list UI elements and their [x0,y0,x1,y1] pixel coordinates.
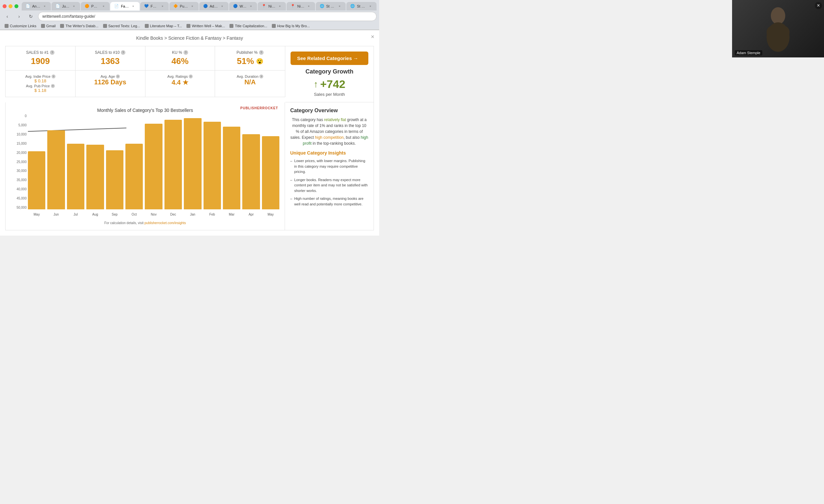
chart-title: Monthly Sales of Category's Top 30 Bests… [11,108,279,113]
publisher-pct-badge: 😮 [256,58,263,65]
see-related-categories-button[interactable]: See Related Categories → [291,51,368,65]
browser-tab[interactable]: 📄 Ana... × [22,2,51,10]
chart-bar [106,150,123,209]
bar-group [47,114,65,209]
insight-dash: – [290,158,292,174]
chart-y-labels: 50,00045,00040,00035,00030,00025,00020,0… [11,114,27,209]
stats-row1: SALES to #1 ? 1909 SALES to #10 ? 1363 K… [5,46,285,71]
forward-button[interactable]: › [14,12,24,21]
x-axis-label: Sep [106,209,123,219]
browser-tab[interactable]: 📍 Nia... × [258,2,286,10]
back-button[interactable]: ‹ [3,12,12,21]
y-axis-label: 45,000 [11,197,27,200]
browser-tab[interactable]: 🔵 We... × [229,2,258,10]
category-overview-panel: Category Overview This category has rela… [285,102,374,230]
insight-item: –Longer books. Readers may expect more c… [290,177,368,194]
stat-sales-to-10: SALES to #10 ? 1363 [76,46,145,70]
growth-value: +742 [320,78,345,91]
modal-close-button[interactable]: × [369,33,377,41]
bookmark-item[interactable]: Literature Map – T... [143,23,184,28]
avg-duration-value: N/A [220,79,280,86]
y-axis-label: 10,000 [11,133,27,136]
stats-and-panel: SALES to #1 ? 1909 SALES to #10 ? 1363 K… [5,46,374,102]
indie-price-info: ? [51,75,56,79]
x-axis-label: Jun [47,209,65,219]
publisher-rocket-logo: PUBLISHERROCKET [240,106,278,110]
chart-bar [184,118,201,209]
browser-tab[interactable]: 📄 Jun... × [51,2,80,10]
browser-tab[interactable]: 🟠 Pos... × [81,2,110,10]
bar-group [145,114,162,209]
x-axis-label: Dec [165,209,182,219]
breadcrumb: Kindle Books > Science Fiction & Fantasy… [5,35,374,41]
stat-sales-to-1: SALES to #1 ? 1909 [6,46,76,70]
x-axis-label: Jul [67,209,84,219]
insight-text: High number of ratings, meaning books ar… [294,196,368,207]
chart-bar [204,122,221,209]
bar-group [242,114,260,209]
highlight-flat: relatively flat [324,117,346,122]
address-bar[interactable]: writtenwell.com/fantasy-guide/ [38,12,377,21]
fullscreen-traffic-light[interactable] [14,4,18,8]
stats-area: SALES to #1 ? 1909 SALES to #10 ? 1363 K… [5,46,285,102]
bookmark-item[interactable]: Written Well – Mak... [185,23,227,28]
bookmark-item[interactable]: Title Capitalization... [227,23,269,28]
bar-group [106,114,123,209]
reload-button[interactable]: ↻ [26,12,35,21]
insight-item: –Lower prices, with lower margins. Publi… [290,158,368,174]
x-axis-label: Mar [223,209,240,219]
y-axis-label: 0 [11,114,27,118]
bar-group [86,114,104,209]
bar-group [223,114,240,209]
bookmark-item[interactable]: Gmail [39,23,58,28]
bookmark-item[interactable]: Sacred Texts: Leg... [101,23,142,28]
x-axis-label: Feb [204,209,221,219]
browser-tab[interactable]: 📍 Nia... × [287,2,315,10]
growth-up-arrow: ↑ [313,79,318,90]
avg-ratings-label: Avg. Ratings [168,75,188,79]
chart-bar [145,124,162,209]
bar-group [125,114,143,209]
bar-group [204,114,221,209]
browser-tab[interactable]: 🌐 St M... × [316,2,346,10]
browser-tab[interactable]: 🔵 Ade... × [199,2,228,10]
chart-footer: For calculation details, visit publisher… [11,221,279,225]
x-axis-label: Apr [242,209,260,219]
insight-dash: – [290,196,292,207]
y-axis-label: 35,000 [11,178,27,182]
traffic-lights [3,4,18,8]
highlight-competition: high competition [315,135,343,140]
insight-text: Longer books. Readers may expect more co… [294,177,368,194]
pub-price-value: $ 1.18 [11,88,70,93]
browser-tab[interactable]: 🌐 St M... × [346,2,377,10]
sales-to-1-label: SALES to #1 [26,50,49,55]
chart-bar [262,136,279,209]
tab-bar: 📄 Ana... ×📄 Jun... ×🟠 Pos... ×📄 Fan... ×… [0,0,379,10]
chart-bar [223,127,240,209]
x-axis-label: Nov [145,209,162,219]
insights-container: –Lower prices, with lower margins. Publi… [290,158,368,207]
sales-to-10-label: SALES to #10 [95,50,119,55]
close-traffic-light[interactable] [3,4,7,8]
bookmark-item[interactable]: Customize Links [3,23,38,28]
bar-group [28,114,45,209]
pub-price-info: ? [51,84,55,88]
browser-tab[interactable]: 📄 Fan... × [110,2,139,10]
avg-age-value: 1126 Days [81,79,140,86]
sales-to-1-info-icon: ? [50,50,55,55]
y-axis-label: 25,000 [11,160,27,164]
pub-price-label: Avg. Pub Price [26,84,50,88]
browser-chrome: 📄 Ana... ×📄 Jun... ×🟠 Pos... ×📄 Fan... ×… [0,0,379,30]
bookmark-item[interactable]: How Big Is My Bro... [270,23,312,28]
growth-subtitle: Sales per Month [291,92,368,97]
browser-tab[interactable]: 💙 Foll... × [140,2,169,10]
chart-footer-link[interactable]: publisherrocket.com/insights [144,221,186,225]
minimize-traffic-light[interactable] [9,4,12,8]
category-growth-section: Category Growth ↑ +742 Sales per Month [291,68,368,97]
browser-tab[interactable]: 🔶 Pub... × [170,2,199,10]
x-axis-label: Oct [125,209,143,219]
avg-ratings-value: 4.4 ★ [151,79,210,86]
bookmark-item[interactable]: The Writer's Datab... [58,23,100,28]
stat-avg-ratings: Avg. Ratings ? 4.4 ★ [145,71,215,97]
stat-publisher-pct: Publisher % ? 51% 😮 [215,46,285,70]
